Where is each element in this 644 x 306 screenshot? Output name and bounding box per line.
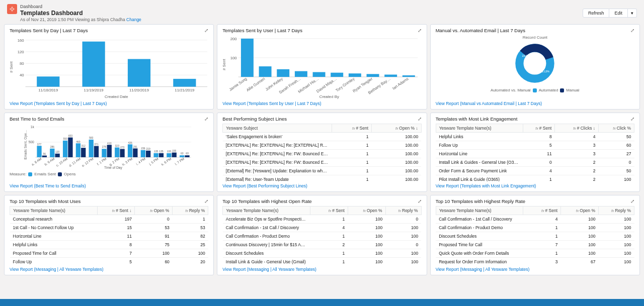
svg-rect-63: [55, 154, 59, 157]
expand-icon[interactable]: ⤢: [418, 116, 422, 122]
view-report-link[interactable]: View Report (Best Performing Subject Lin…: [222, 183, 307, 188]
svg-rect-107: [167, 153, 171, 157]
more-actions-button[interactable]: ▾: [628, 9, 637, 18]
svg-rect-11: [37, 76, 59, 86]
svg-rect-82: [102, 149, 106, 157]
change-user-link[interactable]: Change: [126, 17, 141, 22]
table-row[interactable]: Call Confirmation - Product Demo1100100: [436, 224, 634, 232]
view-report-link[interactable]: View Report (Manual vs Automated Email |…: [436, 101, 542, 106]
card-title: Top 10 Templates with Highest Open Rate: [222, 198, 311, 204]
table-row[interactable]: Quick Quote with Order Form Details11001…: [436, 249, 634, 258]
svg-rect-92: [128, 144, 132, 157]
table-top-open: Yesware Template Name(s)# SentOpen %Repl…: [222, 206, 421, 265]
table-row[interactable]: Order Form & Secure Payment Link4250: [436, 167, 634, 175]
card-title: Top 10 Templates with Most Uses: [10, 198, 80, 204]
svg-text:135: 135: [154, 150, 158, 153]
expand-icon[interactable]: ⤢: [204, 28, 208, 33]
donut-title: Record Count: [523, 35, 547, 40]
svg-text:410: 410: [107, 142, 112, 145]
svg-text:l. 7 PM: l. 7 PM: [174, 157, 185, 166]
card-title: Templates Sent by User | Last 7 Days: [222, 28, 302, 33]
expand-icon[interactable]: ⤢: [630, 116, 634, 122]
table-row[interactable]: [External] Re: User-Team Update1100.00: [223, 175, 421, 182]
table-row[interactable]: Install Link & Guide - General Use (Gmai…: [223, 258, 421, 265]
svg-rect-67: [63, 141, 67, 157]
svg-text:133: 133: [167, 150, 172, 153]
expand-icon[interactable]: ⤢: [418, 198, 422, 204]
svg-text:63: 63: [181, 152, 184, 155]
svg-rect-93: [133, 148, 137, 157]
card-top-reply: Top 10 Templates with Highest Reply Rate…: [430, 195, 640, 275]
svg-text:Time of Day: Time of Day: [104, 166, 122, 170]
svg-text:291: 291: [133, 145, 138, 148]
table-row[interactable]: Call Confirmation - 1st Call / Discovery…: [223, 224, 421, 232]
table-row[interactable]: Discount Schedules1100100: [436, 232, 634, 241]
table-row[interactable]: ‘Sales Engagement is broken’1100.00: [223, 133, 421, 141]
expand-icon[interactable]: ⤢: [204, 116, 208, 122]
svg-text:80: 80: [20, 61, 24, 66]
refresh-button[interactable]: Refresh: [583, 9, 610, 18]
view-report-link[interactable]: View Report (Templates Sent by User | La…: [222, 101, 321, 106]
table-row[interactable]: Horizontal Line11327: [436, 150, 634, 158]
svg-point-0: [11, 8, 14, 11]
table-row[interactable]: Proposed Time for Call7100100: [10, 249, 208, 258]
card-best-time: Best Time to Send Emails⤢ Emails Sent, O…: [4, 113, 214, 192]
svg-rect-36: [331, 73, 344, 77]
table-row[interactable]: Discount Schedules1100100: [223, 249, 421, 258]
table-row[interactable]: Helpful Links8450: [436, 133, 634, 141]
svg-rect-57: [37, 146, 41, 157]
view-report-link[interactable]: View Report (Messaging | All Yesware Tem…: [222, 267, 316, 272]
svg-rect-78: [94, 146, 99, 157]
table-row[interactable]: Request for Order Form Information367100: [436, 258, 634, 265]
table-row[interactable]: Call Confirmation - 1st Call / Discovery…: [436, 215, 634, 224]
table-row[interactable]: Continuous Discovery | 15min for $15 Ama…: [223, 241, 421, 249]
svg-text:1k: 1k: [31, 125, 35, 129]
card-link-engagement: Templates with Most Link Engagement⤢ Yes…: [430, 113, 640, 192]
expand-icon[interactable]: ⤢: [204, 198, 208, 204]
expand-icon[interactable]: ⤢: [418, 28, 422, 33]
svg-text:63: 63: [186, 152, 189, 155]
table-row[interactable]: [EXTERNAL] Re: [EXTERNAL] Re: FW: Bounce…: [223, 158, 421, 167]
expand-icon[interactable]: ⤢: [630, 28, 634, 33]
table-row[interactable]: Follow Up5360: [436, 141, 634, 150]
svg-rect-40: [367, 74, 379, 77]
view-report-link[interactable]: View Report (Templates Sent by Day | Las…: [10, 101, 107, 106]
svg-text:236: 236: [141, 147, 145, 150]
view-report-link[interactable]: View Report (Templates with Most Link En…: [436, 183, 536, 188]
table-row[interactable]: Pilot Install Link & Guide (O365)12100: [436, 175, 634, 182]
view-report-link[interactable]: View Report (Messaging | All Yesware Tem…: [436, 267, 530, 272]
table-row[interactable]: Proposed Time for Call7100100: [436, 241, 634, 249]
svg-rect-30: [277, 69, 290, 77]
svg-text:426: 426: [128, 141, 132, 144]
edit-button[interactable]: Edit: [609, 9, 628, 18]
table-row[interactable]: [External] Re: [Yesware] Update: Explana…: [223, 167, 421, 175]
svg-rect-98: [146, 151, 150, 157]
svg-text:b. 9 AM: b. 9 AM: [44, 157, 55, 166]
table-row[interactable]: Helpful Links87525: [10, 241, 208, 249]
table-row[interactable]: [EXTERNAL] Re: [EXTERNAL] Re: [EXTERNAL]…: [223, 141, 421, 150]
svg-text:160: 160: [18, 38, 25, 43]
table-row[interactable]: Accelerate Biz Ops w Spotfire Prospectin…: [223, 215, 421, 224]
table-row[interactable]: [EXTERNAL] Re: [EXTERNAL] Re: FW: Bounce…: [223, 150, 421, 158]
expand-icon[interactable]: ⤢: [630, 198, 634, 204]
table-row[interactable]: Follow Up56020: [10, 258, 208, 265]
svg-rect-102: [153, 153, 158, 157]
svg-rect-87: [115, 147, 119, 157]
svg-text:312: 312: [82, 144, 86, 147]
view-report-link[interactable]: View Report (Messaging | All Yesware Tem…: [10, 267, 104, 272]
table-link-engage: Yesware Template Name(s)# Sent# Clicks ↓…: [436, 124, 634, 181]
table-row[interactable]: Horizontal Line119182: [10, 232, 208, 241]
svg-text:11/20/2019: 11/20/2019: [129, 88, 149, 92]
svg-text:e. 12 PM: e. 12 PM: [81, 157, 94, 167]
svg-rect-68: [68, 138, 72, 157]
svg-text:371: 371: [94, 143, 99, 146]
card-top-uses: Top 10 Templates with Most Uses⤢ Yesware…: [4, 195, 214, 275]
chart-sent-by-user: # Sent 100200 Jamie SongAllie GurrieriJo…: [222, 35, 421, 99]
card-title: Top 10 Templates with Highest Reply Rate: [436, 198, 525, 204]
table-row[interactable]: Install Link & Guides - General Use (O36…: [436, 158, 634, 167]
svg-text:219: 219: [146, 147, 150, 150]
table-row[interactable]: Call Confirmation - Product Demo1100100: [223, 232, 421, 241]
table-row[interactable]: Conceptual research19701: [10, 215, 208, 224]
table-row[interactable]: 1st Call - No Connect Follow Up155353: [10, 224, 208, 232]
view-report-link[interactable]: View Report (Best Time to Send Emails): [10, 183, 86, 188]
